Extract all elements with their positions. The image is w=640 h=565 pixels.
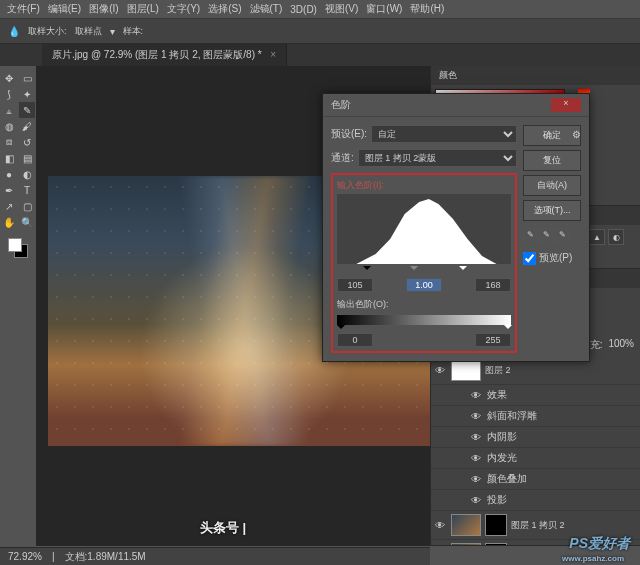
eraser-tool[interactable]: ◧ [1,150,17,166]
highlight-slider[interactable] [459,266,467,274]
menu-item[interactable]: 选择(S) [205,0,244,18]
auto-button[interactable]: 自动(A) [523,175,581,196]
reset-button[interactable]: 复位 [523,150,581,171]
type-tool[interactable]: T [19,182,35,198]
options-button[interactable]: 选项(T)... [523,200,581,221]
eyedropper-tool[interactable]: ✎ [19,102,35,118]
visibility-icon[interactable]: 👁 [471,390,483,401]
layer-effect[interactable]: 👁内发光 [431,448,640,469]
layer-thumb[interactable] [451,359,481,381]
options-bar: 💧 取样大小: 取样点 ▾ 样本: [0,18,640,44]
adj-icon[interactable]: ▲ [589,229,605,245]
visibility-icon[interactable]: 👁 [471,453,483,464]
menu-item[interactable]: 编辑(E) [45,0,84,18]
color-swatches[interactable] [8,238,28,258]
midtone-slider[interactable] [410,266,418,274]
out-highlight-input[interactable] [475,333,511,347]
marquee-tool[interactable]: ▭ [19,70,35,86]
shadow-slider[interactable] [363,266,371,274]
color-panel-tab[interactable]: 颜色 [431,66,640,85]
black-point-icon[interactable]: ✎ [523,229,537,243]
visibility-icon[interactable]: 👁 [471,474,483,485]
close-icon[interactable]: × [551,98,581,112]
watermark: PS爱好者 [569,535,630,553]
pen-tool[interactable]: ✒ [1,182,17,198]
preset-select[interactable]: 自定 [371,125,517,143]
layer-name[interactable]: 图层 2 [485,364,636,377]
visibility-icon[interactable]: 👁 [435,520,447,531]
menu-item[interactable]: 帮助(H) [407,0,447,18]
dialog-titlebar[interactable]: 色阶 × [323,94,589,117]
heal-tool[interactable]: ◍ [1,118,17,134]
menu-item[interactable]: 窗口(W) [363,0,405,18]
menu-item[interactable]: 3D(D) [287,2,320,17]
white-point-icon[interactable]: ✎ [555,229,569,243]
layer-thumb[interactable] [451,543,481,546]
adj-icon[interactable]: ◐ [608,229,624,245]
gray-point-icon[interactable]: ✎ [539,229,553,243]
hand-tool[interactable]: ✋ [1,214,17,230]
out-highlight-slider[interactable] [504,325,512,333]
layer-effect[interactable]: 👁斜面和浮雕 [431,406,640,427]
history-brush-tool[interactable]: ↺ [19,134,35,150]
menu-item[interactable]: 视图(V) [322,0,361,18]
menu-item[interactable]: 图像(I) [86,0,121,18]
highlight-input[interactable] [475,278,511,292]
path-tool[interactable]: ↗ [1,198,17,214]
eyedropper-icon: 💧 [8,26,20,37]
zoom-tool[interactable]: 🔍 [19,214,35,230]
lasso-tool[interactable]: ⟆ [1,86,17,102]
gear-icon[interactable]: ⚙ [572,129,581,140]
toolbox: ✥▭ ⟆✦ ⟁✎ ◍🖌 ⧈↺ ◧▤ ●◐ ✒T ↗▢ ✋🔍 [0,66,36,546]
stamp-tool[interactable]: ⧈ [1,134,17,150]
fill-value[interactable]: 100% [608,338,634,352]
visibility-icon[interactable]: 👁 [471,495,483,506]
preview-checkbox[interactable]: 预览(P) [523,251,581,265]
layer-effect[interactable]: 👁效果 [431,385,640,406]
dropdown-icon[interactable]: ▾ [110,26,115,37]
move-tool[interactable]: ✥ [1,70,17,86]
output-gradient[interactable] [337,315,511,325]
out-shadow-slider[interactable] [337,325,345,333]
midtone-input[interactable] [406,278,442,292]
visibility-icon[interactable]: 👁 [471,411,483,422]
dodge-tool[interactable]: ◐ [19,166,35,182]
visibility-icon[interactable]: 👁 [471,432,483,443]
levels-highlight: 输入色阶(I): 输出色阶(O): [331,173,517,353]
input-sliders[interactable] [337,266,511,276]
histogram[interactable] [337,194,511,264]
sample-size-value[interactable]: 取样点 [75,25,102,38]
effect-name: 内阴影 [487,430,517,444]
menu-bar: 文件(F)编辑(E)图像(I)图层(L)文字(Y)选择(S)滤镜(T)3D(D)… [0,0,640,18]
channel-select[interactable]: 图层 1 拷贝 2蒙版 [358,149,517,167]
eyedropper-samplers: ✎ ✎ ✎ [523,229,581,243]
wand-tool[interactable]: ✦ [19,86,35,102]
out-shadow-input[interactable] [337,333,373,347]
menu-item[interactable]: 图层(L) [124,0,162,18]
visibility-icon[interactable]: 👁 [435,365,447,376]
document-tab[interactable]: 原片.jpg @ 72.9% (图层 1 拷贝 2, 图层蒙版/8) * × [42,44,287,66]
tab-title: 原片.jpg @ 72.9% (图层 1 拷贝 2, 图层蒙版/8) * [52,49,262,60]
mask-thumb[interactable] [485,543,507,546]
layer-thumb[interactable] [451,514,481,536]
levels-dialog: 色阶 × 预设(E): 自定 ⚙ 通道: 图层 1 拷贝 2蒙版 输入色阶(I)… [322,93,590,362]
brush-tool[interactable]: 🖌 [19,118,35,134]
layer-name[interactable]: 图层 1 拷贝 2 [511,519,636,532]
layer-effect[interactable]: 👁颜色叠加 [431,469,640,490]
menu-item[interactable]: 文件(F) [4,0,43,18]
blur-tool[interactable]: ● [1,166,17,182]
output-levels-label: 输出色阶(O): [337,298,511,311]
gradient-tool[interactable]: ▤ [19,150,35,166]
zoom-level[interactable]: 72.92% [8,551,42,562]
shadow-input[interactable] [337,278,373,292]
mask-thumb[interactable] [485,514,507,536]
input-levels-label: 输入色阶(I): [337,179,511,192]
fg-color[interactable] [8,238,22,252]
layer-effect[interactable]: 👁投影 [431,490,640,511]
shape-tool[interactable]: ▢ [19,198,35,214]
menu-item[interactable]: 滤镜(T) [247,0,286,18]
crop-tool[interactable]: ⟁ [1,102,17,118]
close-tab-icon[interactable]: × [270,49,276,60]
menu-item[interactable]: 文字(Y) [164,0,203,18]
layer-effect[interactable]: 👁内阴影 [431,427,640,448]
